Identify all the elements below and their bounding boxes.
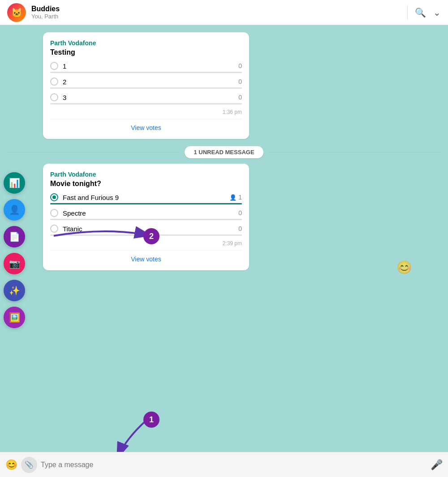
sticker-fab[interactable]: ✨ xyxy=(4,280,25,301)
camera-fab[interactable]: 📷 xyxy=(4,253,25,274)
floating-actions: 📊 👤 📄 📷 ✨ 🖼️ xyxy=(0,169,29,332)
poll1-sender: Parth Vodafone xyxy=(50,39,242,47)
unread-pill: 1 UNREAD MESSAGE xyxy=(185,146,263,158)
poll2-option1-label: Fast and Furious 9 xyxy=(63,194,119,201)
poll2-bar-2 xyxy=(50,219,242,220)
contact-icon: 👤 xyxy=(9,204,20,215)
poll1-view-votes-btn[interactable]: View votes xyxy=(131,124,161,131)
poll1-option1-label: 1 xyxy=(63,62,66,70)
poll1-radio-1[interactable] xyxy=(50,62,58,70)
more-icon[interactable]: ⌄ xyxy=(433,7,441,18)
bottom-bar: 😊 📎 🎤 xyxy=(0,452,448,477)
poll1-option-3[interactable]: 3 0 xyxy=(50,93,242,104)
poll2-footer: View votes xyxy=(50,250,242,263)
vote-avatar-icon: 👤 xyxy=(229,194,237,201)
poll2-radio-2[interactable] xyxy=(50,209,58,217)
poll1-option1-count: 0 xyxy=(238,62,242,69)
poll2-radio-1[interactable] xyxy=(50,193,58,201)
poll1-question: Testing xyxy=(50,48,242,56)
search-icon[interactable]: 🔍 xyxy=(415,7,426,18)
poll2-option2-count: 0 xyxy=(238,209,242,217)
poll1-footer: View votes xyxy=(50,119,242,132)
poll1-option-2[interactable]: 2 0 xyxy=(50,78,242,89)
poll2-option-1[interactable]: Fast and Furious 9 👤 1 xyxy=(50,193,242,204)
avatar-image: 🐱 xyxy=(7,3,26,22)
chat-messages: Parth Vodafone Testing 1 0 xyxy=(0,25,448,452)
avatar[interactable]: 🐱 xyxy=(7,3,26,22)
poll-icon: 📊 xyxy=(9,178,20,188)
gallery-icon: 🖼️ xyxy=(9,312,20,323)
poll1-option3-count: 0 xyxy=(238,94,242,101)
poll2-radio-3[interactable] xyxy=(50,225,58,233)
poll1-radio-3[interactable] xyxy=(50,93,58,101)
poll2-option3-label: Titanic xyxy=(63,225,82,233)
poll1-bar-1 xyxy=(50,72,242,73)
poll2-bar-1 xyxy=(50,203,242,204)
camera-icon: 📷 xyxy=(9,258,20,269)
poll1-option2-count: 0 xyxy=(238,78,242,85)
header-divider xyxy=(407,5,408,20)
document-fab[interactable]: 📄 xyxy=(4,226,25,247)
poll2-question: Movie tonight? xyxy=(50,180,242,188)
poll-fab[interactable]: 📊 xyxy=(4,172,25,194)
unread-banner: 1 UNREAD MESSAGE xyxy=(7,146,441,158)
poll1-radio-2[interactable] xyxy=(50,78,58,86)
chat-header: 🐱 Buddies You, Parth 🔍 ⌄ xyxy=(0,0,448,25)
poll2-sender: Parth Vodafone xyxy=(50,171,242,178)
poll1-bar-3 xyxy=(50,103,242,104)
chat-title: Buddies xyxy=(31,5,400,13)
attach-button[interactable]: 📎 xyxy=(21,457,37,473)
message-input[interactable] xyxy=(41,461,427,469)
unread-line-right xyxy=(269,152,441,152)
header-info: Buddies You, Parth xyxy=(31,5,400,20)
document-icon: 📄 xyxy=(9,231,20,242)
annotation-badge-2: 2 xyxy=(143,228,159,244)
mic-button[interactable]: 🎤 xyxy=(431,459,443,471)
sticker-icon: ✨ xyxy=(9,285,20,296)
poll2-option2-label: Spectre xyxy=(63,209,86,217)
chat-subtitle: You, Parth xyxy=(31,13,400,20)
poll1-time: 1:36 pm xyxy=(50,109,242,115)
paperclip-icon: 📎 xyxy=(25,460,34,469)
poll1-option2-label: 2 xyxy=(63,78,66,86)
poll1-option3-label: 3 xyxy=(63,94,66,101)
contact-fab[interactable]: 👤 xyxy=(4,199,25,221)
annotation-badge-1: 1 xyxy=(143,412,159,428)
poll2-option3-count: 0 xyxy=(238,225,242,232)
header-actions: 🔍 ⌄ xyxy=(415,7,441,18)
poll2-option-2[interactable]: Spectre 0 xyxy=(50,209,242,220)
poll1-bar-2 xyxy=(50,87,242,89)
chat-area: 📊 👤 📄 📷 ✨ 🖼️ 2 xyxy=(0,25,448,452)
gallery-fab[interactable]: 🖼️ xyxy=(4,307,25,328)
unread-line-left xyxy=(7,152,179,152)
poll-card-2: Parth Vodafone Movie tonight? Fast and F… xyxy=(43,164,249,270)
poll2-option1-count: 👤 1 xyxy=(229,194,242,201)
poll-card-1: Parth Vodafone Testing 1 0 xyxy=(43,32,249,139)
poll2-view-votes-btn[interactable]: View votes xyxy=(131,256,161,263)
poll1-option-1[interactable]: 1 0 xyxy=(50,62,242,73)
emoji-button[interactable]: 😊 xyxy=(5,459,17,471)
